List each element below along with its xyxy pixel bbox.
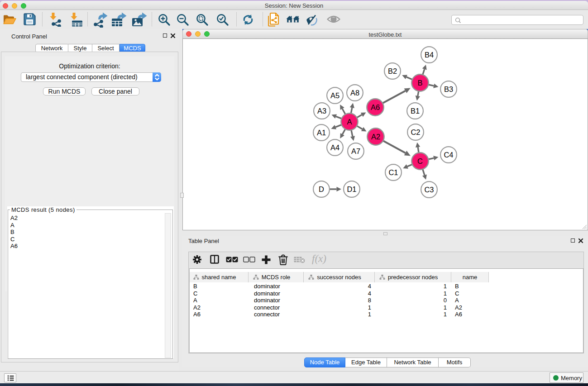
svg-text:B4: B4 bbox=[425, 51, 434, 59]
svg-text:C2: C2 bbox=[411, 128, 420, 136]
svg-text:A4: A4 bbox=[330, 143, 339, 152]
svg-text:D: D bbox=[319, 185, 324, 193]
svg-text:C3: C3 bbox=[424, 186, 434, 194]
svg-text:A: A bbox=[347, 118, 352, 126]
svg-text:C: C bbox=[417, 157, 423, 165]
svg-text:C1: C1 bbox=[388, 168, 398, 176]
svg-text:B1: B1 bbox=[411, 107, 420, 115]
svg-text:C4: C4 bbox=[444, 151, 453, 159]
svg-text:A2: A2 bbox=[371, 133, 380, 141]
svg-text:B: B bbox=[417, 79, 422, 87]
svg-text:A3: A3 bbox=[317, 107, 326, 115]
svg-text:B2: B2 bbox=[388, 67, 397, 75]
svg-text:A8: A8 bbox=[350, 89, 359, 97]
svg-text:B3: B3 bbox=[444, 85, 453, 93]
svg-text:D1: D1 bbox=[347, 185, 356, 193]
svg-text:A5: A5 bbox=[330, 91, 339, 100]
svg-text:A1: A1 bbox=[317, 129, 326, 137]
svg-text:A6: A6 bbox=[371, 103, 380, 111]
svg-text:A7: A7 bbox=[351, 147, 360, 155]
